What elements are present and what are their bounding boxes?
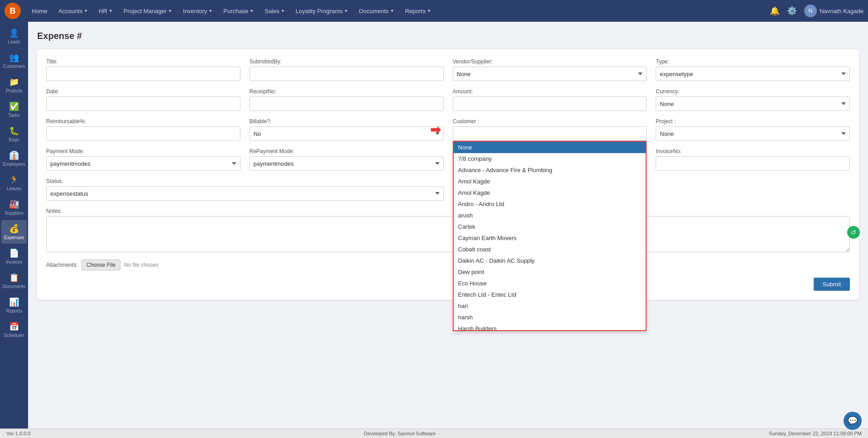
sidebar-item-invoices[interactable]: 📄 Invoices bbox=[1, 245, 27, 268]
expenses-icon: 💰 bbox=[9, 224, 19, 234]
navbar: B Home Accounts▼ HR▼ Project Manager▼ In… bbox=[0, 0, 868, 22]
chat-button[interactable]: 💬 bbox=[844, 412, 862, 430]
sidebar-item-label: Bugs bbox=[9, 137, 19, 142]
dropdown-option-eco[interactable]: Eco House bbox=[454, 278, 646, 289]
dropdown-option-hari[interactable]: hari bbox=[454, 300, 646, 312]
submit-button[interactable]: Submit bbox=[814, 278, 850, 291]
attachments-label: Attachments: bbox=[46, 262, 78, 268]
dropdown-option-amol2[interactable]: Amol Kagde bbox=[454, 187, 646, 198]
dropdown-option-advance[interactable]: Advance - Advance Fire & Plumbing bbox=[454, 164, 646, 176]
customer-label: Customer : bbox=[453, 118, 647, 125]
expense-form: Title: SubmittedBy: Vendor/Supplier: Non… bbox=[37, 49, 859, 300]
nav-hr[interactable]: HR▼ bbox=[94, 5, 117, 17]
dropdown-option-entech[interactable]: Entech Ltd - Entec Ltd bbox=[454, 289, 646, 300]
choose-file-button[interactable]: Choose File bbox=[82, 260, 120, 270]
reimbursable-input[interactable] bbox=[46, 126, 240, 141]
sidebar-item-customers[interactable]: 👥 Customers bbox=[1, 49, 27, 72]
form-row-4: Payment Mode: paymentmodes RePayment Mod… bbox=[46, 148, 850, 171]
notes-textarea[interactable] bbox=[46, 216, 850, 252]
sidebar-item-scheduler[interactable]: 📅 Scheduler bbox=[1, 318, 27, 342]
vendor-select[interactable]: None bbox=[453, 67, 647, 81]
nav-inventory[interactable]: Inventory▼ bbox=[178, 5, 217, 17]
dropdown-option-harsh-builders[interactable]: Harsh Builders bbox=[454, 323, 646, 331]
repayment-mode-group: RePayment Mode: paymentmodes bbox=[249, 148, 444, 171]
tasks-icon: ✅ bbox=[9, 101, 19, 111]
sidebar-item-label: Employees bbox=[3, 162, 25, 167]
bottom-bar: Ver 1.0.0.0 Developed By: Sanmol Softwar… bbox=[0, 428, 868, 438]
dropdown-option-78[interactable]: 7/8 company bbox=[454, 153, 646, 164]
customer-search-input[interactable] bbox=[453, 126, 647, 141]
sidebar-item-leaves[interactable]: 🏃 Leaves bbox=[1, 171, 27, 195]
dropdown-option-arush[interactable]: arush bbox=[454, 210, 646, 221]
sidebar-item-expenses[interactable]: 💰 Expenses bbox=[1, 220, 27, 244]
dropdown-option-dew[interactable]: Dew point bbox=[454, 266, 646, 278]
form-row-5: Status: expensestatus bbox=[46, 178, 850, 201]
leaves-icon: 🏃 bbox=[9, 175, 19, 185]
type-label: Type: bbox=[656, 58, 850, 65]
sidebar-item-documents[interactable]: 📋 Documents bbox=[1, 269, 27, 293]
dropdown-option-amol1[interactable]: Amol Kagde bbox=[454, 176, 646, 187]
sidebar-item-projects[interactable]: 📁 Projects bbox=[1, 73, 27, 97]
invoices-icon: 📄 bbox=[9, 248, 19, 258]
status-select[interactable]: expensestatus bbox=[46, 186, 444, 201]
dropdown-option-none[interactable]: None bbox=[454, 142, 646, 153]
nav-reports[interactable]: Reports▼ bbox=[400, 5, 435, 17]
invoice-no-label: InvoiceNo: bbox=[656, 148, 850, 154]
submitted-by-input[interactable] bbox=[249, 67, 444, 81]
bugs-icon: 🐛 bbox=[9, 126, 19, 136]
nav-purchase[interactable]: Purchase▼ bbox=[219, 5, 259, 17]
receipt-no-input[interactable] bbox=[249, 96, 444, 111]
type-select[interactable]: expensetype bbox=[656, 67, 850, 81]
sidebar-item-suppliers[interactable]: 🏭 Suppliers bbox=[1, 196, 27, 219]
date-group: Date: bbox=[46, 88, 240, 111]
invoice-no-group: InvoiceNo: bbox=[656, 148, 850, 171]
dropdown-option-cobalt[interactable]: Cobalt coast bbox=[454, 244, 646, 255]
invoice-no-input[interactable] bbox=[656, 156, 850, 171]
amount-group: Amount: bbox=[453, 88, 647, 111]
dropdown-option-harsh[interactable]: harsh bbox=[454, 312, 646, 323]
currency-group: Currency: None bbox=[656, 88, 850, 111]
date-label: Date: bbox=[46, 88, 240, 95]
reimbursable-label: Reimbursable%: bbox=[46, 118, 240, 125]
bell-icon[interactable]: 🔔 bbox=[770, 6, 780, 16]
nav-accounts[interactable]: Accounts▼ bbox=[54, 5, 92, 17]
dropdown-option-daikin[interactable]: Daikin AC - Daikin AC Supply bbox=[454, 255, 646, 266]
sidebar-item-employees[interactable]: 👔 Employees bbox=[1, 147, 27, 170]
payment-mode-select[interactable]: paymentmodes bbox=[46, 156, 240, 171]
projects-icon: 📁 bbox=[9, 77, 19, 87]
amount-input[interactable] bbox=[453, 96, 647, 111]
settings-icon[interactable]: ⚙️ bbox=[787, 6, 797, 16]
sidebar-item-leads[interactable]: 👤 Leads bbox=[1, 24, 27, 48]
nav-loyalty[interactable]: Loyality Programs▼ bbox=[291, 5, 353, 17]
nav-home[interactable]: Home bbox=[27, 5, 52, 17]
nav-documents[interactable]: Documents▼ bbox=[355, 5, 399, 17]
sidebar-item-bugs[interactable]: 🐛 Bugs bbox=[1, 122, 27, 146]
reimbursable-group: Reimbursable%: bbox=[46, 118, 240, 141]
green-icon: ↺ bbox=[851, 229, 856, 236]
title-input[interactable] bbox=[46, 67, 240, 81]
nav-sales[interactable]: Sales▼ bbox=[260, 5, 289, 17]
submitted-by-group: SubmittedBy: bbox=[249, 58, 444, 81]
sidebar-item-reports[interactable]: 📊 Reports bbox=[1, 294, 27, 317]
doc-caret: ▼ bbox=[390, 9, 394, 13]
billable-select[interactable]: No bbox=[249, 126, 444, 141]
receipt-no-group: ReceiptNo: bbox=[249, 88, 444, 111]
date-input[interactable] bbox=[46, 96, 240, 111]
dropdown-option-cartek[interactable]: Cartek bbox=[454, 221, 646, 232]
sidebar-item-tasks[interactable]: ✅ Tasks bbox=[1, 98, 27, 121]
navbar-right: 🔔 ⚙️ N Navnath Kagade bbox=[770, 5, 863, 17]
sidebar-item-label: Scheduler bbox=[4, 333, 24, 338]
green-action-button[interactable]: ↺ bbox=[847, 226, 860, 239]
title-label: Title: bbox=[46, 58, 240, 65]
nav-project-manager[interactable]: Project Manager▼ bbox=[119, 5, 177, 17]
project-select[interactable]: None bbox=[656, 126, 850, 141]
notes-label: Notes: bbox=[46, 208, 850, 214]
dropdown-option-andro[interactable]: Andro - Andro Ltd bbox=[454, 198, 646, 210]
user-menu[interactable]: N Navnath Kagade bbox=[804, 5, 863, 17]
repayment-mode-select[interactable]: paymentmodes bbox=[249, 156, 444, 171]
sidebar-item-label: Leaves bbox=[7, 186, 21, 191]
currency-select[interactable]: None bbox=[656, 96, 850, 111]
sidebar-item-label: Documents bbox=[3, 284, 26, 289]
project-label: Project : bbox=[656, 118, 850, 125]
dropdown-option-cayman[interactable]: Cayman Earth Movers bbox=[454, 232, 646, 244]
